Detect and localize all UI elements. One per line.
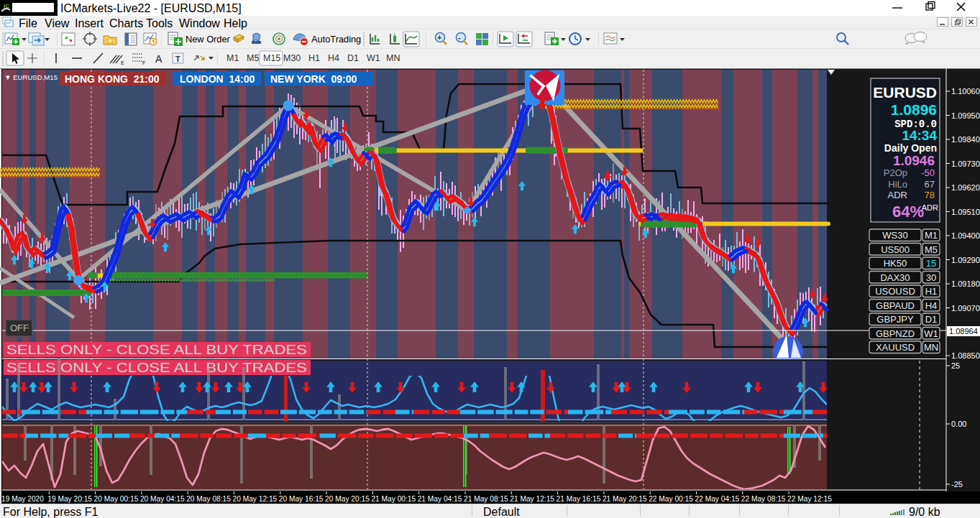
svg-text:LONDON 14:00: LONDON 14:00 — [180, 73, 255, 85]
svg-text:21 May 00:15: 21 May 00:15 — [371, 495, 416, 503]
svg-text:21 May 04:15: 21 May 04:15 — [418, 495, 462, 503]
svg-text:A: A — [155, 53, 162, 65]
svg-text:15: 15 — [926, 258, 936, 269]
svg-text:25: 25 — [951, 361, 960, 370]
svg-text:22 May 12:15: 22 May 12:15 — [787, 495, 832, 503]
svg-text:1.08850: 1.08850 — [951, 351, 980, 360]
svg-text:USOUSD: USOUSD — [875, 286, 915, 297]
svg-text:GBPAUD: GBPAUD — [876, 300, 915, 311]
svg-text:GBPNZD: GBPNZD — [876, 328, 915, 339]
svg-text:HK50: HK50 — [884, 258, 907, 269]
svg-text:H4: H4 — [925, 300, 938, 311]
svg-text:1.09840: 1.09840 — [951, 135, 980, 144]
svg-text:H1: H1 — [308, 53, 320, 63]
svg-text:P2Op: P2Op — [884, 167, 907, 178]
svg-text:H4: H4 — [328, 53, 339, 63]
svg-text:New Order: New Order — [186, 34, 231, 45]
svg-text:30: 30 — [926, 272, 936, 283]
svg-text:ADR: ADR — [922, 203, 938, 212]
svg-text:20 May 16:15: 20 May 16:15 — [279, 495, 324, 503]
svg-text:Daily Open: Daily Open — [884, 142, 937, 154]
svg-text:SELLS ONLY - CLOSE ALL BUY TRA: SELLS ONLY - CLOSE ALL BUY TRADES — [6, 342, 307, 357]
svg-text:NEW YORK 09:00: NEW YORK 09:00 — [270, 73, 357, 85]
svg-text:1.08964: 1.08964 — [949, 327, 978, 336]
svg-text:22 May 04:15: 22 May 04:15 — [695, 495, 740, 503]
svg-text:20 May 08:15: 20 May 08:15 — [186, 495, 231, 503]
svg-text:19 May 2020: 19 May 2020 — [1, 495, 44, 503]
svg-text:20 May 12:15: 20 May 12:15 — [233, 495, 278, 503]
svg-text:OFF: OFF — [10, 323, 29, 333]
svg-text:21 May 08:15: 21 May 08:15 — [464, 495, 508, 503]
svg-text:W1: W1 — [924, 328, 938, 339]
svg-text:M5: M5 — [247, 53, 259, 63]
svg-text:D1: D1 — [925, 314, 938, 325]
svg-text:H1: H1 — [925, 286, 938, 297]
svg-text:HONG KONG 21:00: HONG KONG 21:00 — [65, 73, 160, 85]
svg-text:20 May 00:15: 20 May 00:15 — [94, 495, 139, 503]
svg-text:20 May 20:15: 20 May 20:15 — [325, 495, 370, 503]
svg-text:SELLS ONLY - CLOSE ALL BUY TRA: SELLS ONLY - CLOSE ALL BUY TRADES — [6, 360, 307, 375]
svg-text:MN: MN — [386, 53, 400, 63]
svg-text:WS30: WS30 — [882, 230, 907, 241]
svg-text:XAUUSD: XAUUSD — [876, 342, 915, 353]
svg-text:1.0896: 1.0896 — [891, 101, 937, 118]
svg-text:M5: M5 — [925, 244, 938, 255]
svg-text:M15: M15 — [263, 53, 280, 63]
svg-text:+: + — [437, 33, 441, 42]
svg-text:▼ EURUSD,M15: ▼ EURUSD,M15 — [4, 73, 58, 81]
svg-text:EURUSD: EURUSD — [873, 84, 937, 101]
svg-text:1.09180: 1.09180 — [951, 279, 980, 288]
svg-text:M30: M30 — [283, 53, 301, 63]
svg-text:T: T — [175, 55, 180, 63]
svg-text:M1: M1 — [925, 230, 938, 241]
svg-text:D1: D1 — [347, 53, 359, 63]
svg-text:14:34: 14:34 — [902, 128, 937, 143]
svg-text:MN: MN — [924, 342, 938, 353]
svg-text:1.09950: 1.09950 — [951, 111, 980, 120]
svg-text:21 May 16:15: 21 May 16:15 — [557, 495, 601, 503]
svg-text:20 May 04:15: 20 May 04:15 — [140, 495, 185, 503]
svg-text:M1: M1 — [226, 53, 239, 63]
svg-text:DAX30: DAX30 — [880, 272, 910, 283]
svg-text:21 May 12:15: 21 May 12:15 — [510, 495, 554, 503]
svg-text:-: - — [458, 33, 461, 42]
svg-text:1.09510: 1.09510 — [951, 208, 980, 216]
svg-text:22 May 00:15: 22 May 00:15 — [649, 495, 693, 503]
svg-text:1.09070: 1.09070 — [951, 304, 980, 313]
svg-text:22 May 08:15: 22 May 08:15 — [741, 495, 786, 503]
svg-text:-25: -25 — [951, 480, 963, 489]
svg-text:1.09730: 1.09730 — [951, 159, 980, 168]
svg-text:HiLo: HiLo — [888, 179, 907, 190]
svg-text:19 May 20:15: 19 May 20:15 — [47, 495, 92, 503]
svg-text:1.09290: 1.09290 — [951, 256, 980, 264]
svg-text:1.10060: 1.10060 — [951, 87, 980, 96]
svg-text:-50: -50 — [921, 167, 935, 178]
svg-text:F: F — [142, 60, 145, 65]
svg-text:67: 67 — [925, 179, 935, 190]
svg-text:0.00: 0.00 — [951, 420, 966, 428]
svg-text:E: E — [121, 60, 124, 65]
svg-text:W1: W1 — [367, 53, 380, 63]
svg-text:1.0946: 1.0946 — [893, 153, 935, 168]
svg-text:21 May 20:15: 21 May 20:15 — [603, 495, 647, 503]
svg-text:ADR: ADR — [888, 190, 907, 200]
svg-text:US500: US500 — [881, 244, 910, 255]
svg-text:1.09620: 1.09620 — [951, 183, 980, 192]
svg-text:GBPJPY: GBPJPY — [876, 314, 914, 325]
svg-text:AutoTrading: AutoTrading — [311, 34, 361, 45]
svg-text:1.09400: 1.09400 — [951, 231, 980, 240]
svg-text:64%: 64% — [892, 203, 924, 221]
svg-text:78: 78 — [925, 190, 935, 200]
